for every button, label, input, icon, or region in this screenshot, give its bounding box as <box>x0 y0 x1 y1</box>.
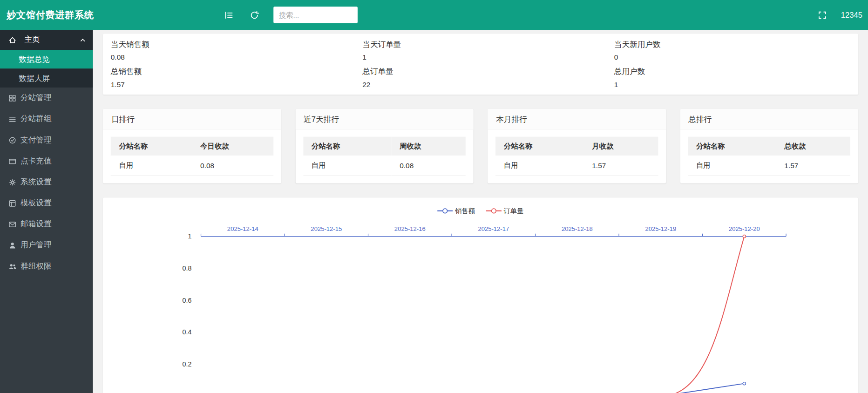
sidebar-item-label: 系统设置 <box>20 177 52 187</box>
sidebar-item-label: 数据大屏 <box>19 74 50 82</box>
sidebar-item-substation-groups[interactable]: 分站群组 <box>0 108 93 129</box>
sidebar-item-label: 支付管理 <box>20 135 52 145</box>
stat-label: 总销售额 <box>111 67 347 77</box>
column-header: 周收款 <box>391 137 465 156</box>
gear-icon <box>8 178 17 187</box>
column-header: 月收款 <box>583 137 658 156</box>
sidebar-item-label: 邮箱设置 <box>20 219 52 229</box>
legend-label: 销售额 <box>455 206 475 216</box>
home-icon <box>8 35 17 44</box>
sidebar-item-payment-management[interactable]: 支付管理 <box>0 129 93 150</box>
refresh-icon[interactable] <box>249 9 260 20</box>
stat-value: 0.08 <box>111 53 347 61</box>
sidebar-item-label: 群组权限 <box>20 261 52 271</box>
sidebar-item-label: 模板设置 <box>20 198 52 208</box>
rank-card-7days: 近7天排行 分站名称 周收款 自用 0.08 <box>295 109 473 183</box>
sidebar-item-label: 数据总览 <box>19 55 50 64</box>
chart-card: 销售额 订单量 2025-12-142025-12-142025-12-1520… <box>103 197 858 393</box>
table-row: 自用 1.57 <box>688 156 850 176</box>
chart-legend: 销售额 订单量 <box>103 204 858 218</box>
search-input[interactable] <box>273 7 358 23</box>
stat-value: 1 <box>362 53 598 61</box>
column-header: 总收款 <box>776 137 850 156</box>
check-circle-icon <box>8 136 17 144</box>
sidebar-item-label: 用户管理 <box>20 240 52 250</box>
users-icon <box>8 262 17 271</box>
fullscreen-icon[interactable] <box>817 9 828 20</box>
stat-label: 总用户数 <box>614 67 850 77</box>
svg-text:0.8: 0.8 <box>183 264 192 272</box>
stat-today-orders: 当天订单量 1 <box>355 37 607 64</box>
sidebar-item-card-recharge[interactable]: 点卡充值 <box>0 150 93 171</box>
table-row: 自用 0.08 <box>111 156 273 176</box>
chevron-up-icon <box>79 36 86 43</box>
stat-total-orders: 总订单量 22 <box>355 64 607 91</box>
column-header: 今日收款 <box>192 137 273 156</box>
rank-table: 分站名称 周收款 自用 0.08 <box>303 137 466 176</box>
sidebar-item-substation-management[interactable]: 分站管理 <box>0 88 93 108</box>
sidebar: 主页 数据总览 数据大屏 <box>0 30 93 393</box>
legend-label: 订单量 <box>504 206 524 216</box>
card-icon <box>8 156 17 165</box>
legend-item-orders[interactable]: 订单量 <box>486 206 524 216</box>
legend-marker <box>437 208 453 214</box>
username[interactable]: 12345 <box>841 11 862 20</box>
rank-table: 分站名称 总收款 自用 1.57 <box>688 137 850 176</box>
sidebar-item-user-management[interactable]: 用户管理 <box>0 235 93 256</box>
user-icon <box>8 241 17 250</box>
stat-today-new-users: 当天新用户数 0 <box>606 37 858 64</box>
table-row: 自用 1.57 <box>495 156 658 176</box>
stats-grid: 当天销售额 0.08 当天订单量 1 当天新用户数 0 总销售额 1.57 <box>103 37 858 92</box>
stats-card: 当天销售额 0.08 当天订单量 1 当天新用户数 0 总销售额 1.57 <box>103 34 858 95</box>
stat-total-sales: 总销售额 1.57 <box>103 64 354 91</box>
svg-text:2025-12-17: 2025-12-17 <box>478 225 509 232</box>
cell-amount: 1.57 <box>776 156 850 176</box>
main-content: 当天销售额 0.08 当天订单量 1 当天新用户数 0 总销售额 1.57 <box>93 30 868 393</box>
sidebar-item-system-settings[interactable]: 系统设置 <box>0 172 93 193</box>
stat-value: 1.57 <box>111 80 347 88</box>
svg-text:1: 1 <box>188 232 191 240</box>
cell-site-name: 自用 <box>495 156 583 176</box>
sidebar-item-group-permissions[interactable]: 群组权限 <box>0 256 93 277</box>
sidebar-item-label: 点卡充值 <box>20 156 52 166</box>
search-box <box>273 7 358 23</box>
rank-card-month: 本月排行 分站名称 月收款 自用 1.57 <box>488 109 665 183</box>
table-row: 自用 0.08 <box>303 156 466 176</box>
svg-text:2025-12-18: 2025-12-18 <box>562 225 593 232</box>
legend-marker <box>486 208 502 214</box>
svg-text:2025-12-14: 2025-12-14 <box>227 225 258 232</box>
body: 主页 数据总览 数据大屏 <box>0 30 868 393</box>
sidebar-item-data-screen[interactable]: 数据大屏 <box>0 68 93 87</box>
column-header: 分站名称 <box>303 137 391 156</box>
header: 妙文馆付费进群系统 12345 <box>0 0 868 30</box>
column-header: 分站名称 <box>688 137 776 156</box>
collapse-sidebar-icon[interactable] <box>224 9 235 20</box>
stat-label: 当天销售额 <box>111 40 347 50</box>
stat-value: 22 <box>362 80 598 88</box>
stat-label: 当天新用户数 <box>614 40 850 50</box>
stat-value: 0 <box>614 53 850 61</box>
svg-text:0.6: 0.6 <box>183 297 192 304</box>
legend-item-sales[interactable]: 销售额 <box>437 206 475 216</box>
app-title: 妙文馆付费进群系统 <box>0 8 101 21</box>
rank-card-title: 近7天排行 <box>295 109 473 129</box>
sidebar-item-data-overview[interactable]: 数据总览 <box>0 50 93 68</box>
rank-card-total: 总排行 分站名称 总收款 自用 1.57 <box>680 109 858 183</box>
sidebar-item-home[interactable]: 主页 <box>0 30 93 50</box>
list-icon <box>8 115 17 123</box>
cell-amount: 0.08 <box>192 156 273 176</box>
rank-card-title: 本月排行 <box>488 109 665 129</box>
sidebar-item-template-settings[interactable]: 模板设置 <box>0 193 93 214</box>
sidebar-item-label: 分站管理 <box>20 93 52 103</box>
ranking-row: 日排行 分站名称 今日收款 自用 0.08 <box>103 109 858 183</box>
rank-card-title: 总排行 <box>680 109 858 129</box>
cell-site-name: 自用 <box>111 156 192 176</box>
rank-card-title: 日排行 <box>103 109 281 129</box>
svg-text:0.2: 0.2 <box>183 360 192 368</box>
sidebar-item-mail-settings[interactable]: 邮箱设置 <box>0 214 93 235</box>
line-chart: 2025-12-142025-12-142025-12-152025-12-15… <box>103 220 858 393</box>
stat-label: 当天订单量 <box>362 40 598 50</box>
column-header: 分站名称 <box>111 137 192 156</box>
cell-amount: 0.08 <box>391 156 465 176</box>
sidebar-item-label: 分站群组 <box>20 114 52 124</box>
